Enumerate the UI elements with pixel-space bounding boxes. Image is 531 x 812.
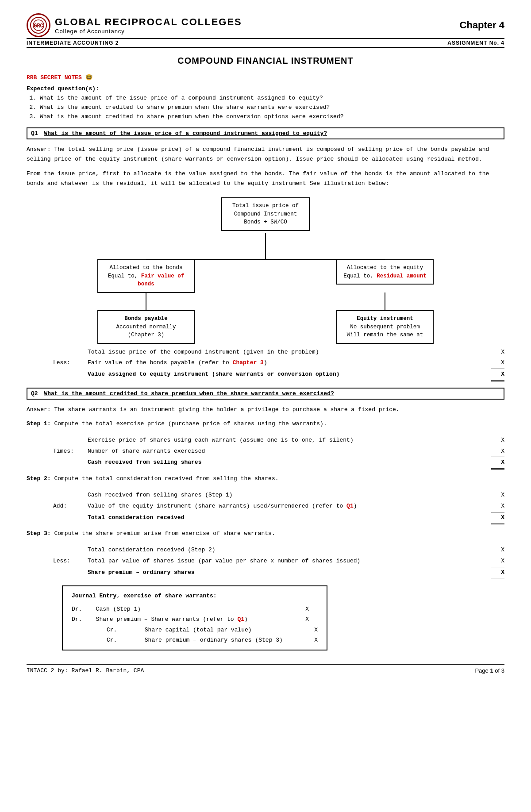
calc-table-step3: Total consideration received (Step 2) X … bbox=[53, 545, 504, 579]
diagram-container: Total issue price of Compound Instrument… bbox=[27, 197, 504, 339]
diagram-left-mid-box: Allocated to the bonds Equal to, Fair va… bbox=[97, 259, 195, 293]
calc-row-3: Value assigned to equity instrument (sha… bbox=[53, 369, 504, 381]
school-name-block: GLOBAL RECIPROCAL COLLEGES College of Ac… bbox=[55, 16, 242, 35]
header-bottom: INTERMEDIATE ACCOUNTING 2 ASSIGNMENT No.… bbox=[27, 38, 504, 48]
calc-s2-row2: Add: Value of the equity instrument (sha… bbox=[53, 501, 504, 512]
school-logo: GRC bbox=[27, 13, 50, 37]
footer-left: INTACC 2 by: Rafael R. Barbin, CPA bbox=[27, 667, 144, 674]
expected-label: Expected question(s): bbox=[27, 85, 504, 92]
journal-entry-4: Cr. Share premium – ordinary shares (Ste… bbox=[72, 635, 318, 645]
calc-table-1: Total issue price of the compound instru… bbox=[53, 347, 504, 381]
journal-box: Journal Entry, exercise of share warrant… bbox=[62, 585, 327, 650]
q2-question: What is the amount credited to share pre… bbox=[44, 390, 334, 397]
q1-box: Q1 What is the amount of the issue price… bbox=[27, 127, 504, 139]
header: GRC GLOBAL RECIPROCAL COLLEGES College o… bbox=[27, 13, 504, 37]
calc-s1-row1: Exercise price of shares using each warr… bbox=[53, 435, 504, 446]
course-label: INTERMEDIATE ACCOUNTING 2 bbox=[27, 40, 119, 46]
q2-box: Q2 What is the amount credited to share … bbox=[27, 388, 504, 400]
calc-s2-row1: Cash received from selling shares (Step … bbox=[53, 490, 504, 501]
step2-text: Step 2: Compute the total consideration … bbox=[27, 474, 504, 484]
diagram-right-mid-box: Allocated to the equity Equal to, Residu… bbox=[336, 259, 434, 285]
header-left: GRC GLOBAL RECIPROCAL COLLEGES College o… bbox=[27, 13, 242, 37]
rrb-notes: RRB SECRET NOTES 🤓 bbox=[27, 74, 504, 81]
calc-table-step1: Exercise price of shares using each warr… bbox=[53, 435, 504, 469]
diagram-right-bot-box: Equity instrument No subsequent problem … bbox=[336, 310, 434, 344]
school-sub-title: College of Accountancy bbox=[55, 28, 242, 35]
q1-question: What is the amount of the issue price of… bbox=[44, 130, 327, 137]
calc-s1-row2: Times: Number of share warrants exercise… bbox=[53, 446, 504, 458]
diagram-top-box: Total issue price of Compound Instrument… bbox=[221, 197, 310, 231]
svg-text:GRC: GRC bbox=[34, 23, 43, 29]
calc-s3-row1: Total consideration received (Step 2) X bbox=[53, 545, 504, 556]
assignment-label: ASSIGNMENT No. 4 bbox=[447, 40, 504, 46]
q2-answer: Answer: The share warrants is an instrum… bbox=[27, 405, 504, 415]
journal-entry-1: Dr. Cash (Step 1) X bbox=[72, 604, 318, 614]
school-main-title: GLOBAL RECIPROCAL COLLEGES bbox=[55, 16, 242, 28]
list-item: What is the amount of the issue price of… bbox=[40, 94, 504, 103]
diagram: Total issue price of Compound Instrument… bbox=[97, 197, 434, 339]
q1-answer-p2: From the issue price, first to allocate … bbox=[27, 169, 504, 189]
chapter-label: Chapter 4 bbox=[460, 19, 504, 31]
q2-label: Q2 bbox=[31, 390, 38, 397]
calc-s3-row3: Share premium – ordinary shares X bbox=[53, 567, 504, 580]
footer: INTACC 2 by: Rafael R. Barbin, CPA Page … bbox=[27, 664, 504, 674]
journal-title: Journal Entry, exercise of share warrant… bbox=[72, 591, 318, 601]
q1-answer-p1: Answer: The total selling price (issue p… bbox=[27, 145, 504, 164]
calc-row-1: Total issue price of the compound instru… bbox=[53, 347, 504, 358]
calc-s2-row3: Total consideration received X bbox=[53, 512, 504, 525]
calc-row-2: Less: Fair value of the bonds payable (r… bbox=[53, 358, 504, 369]
list-item: What is the amount credited to share pre… bbox=[40, 103, 504, 112]
calc-s1-row3: Cash received from selling shares X bbox=[53, 457, 504, 469]
q1-label: Q1 bbox=[31, 130, 38, 137]
calc-s3-row2: Less: Total par value of shares issue (p… bbox=[53, 556, 504, 567]
page-title: COMPOUND FINANCIAL INSTRUMENT bbox=[27, 56, 504, 66]
footer-right: Page 1 of 3 bbox=[475, 667, 504, 674]
journal-entry-2: Dr. Share premium – Share warrants (refe… bbox=[72, 614, 318, 624]
diagram-left-bot-box: Bonds payable Accounted normally (Chapte… bbox=[97, 310, 195, 344]
step1-text: Step 1: Compute the total exercise price… bbox=[27, 419, 504, 429]
journal-entry-3: Cr. Share capital (total par value) X bbox=[72, 625, 318, 635]
step3-text: Step 3: Compute the share premium arise … bbox=[27, 529, 504, 539]
calc-table-step2: Cash received from selling shares (Step … bbox=[53, 490, 504, 524]
expected-questions: What is the amount of the issue price of… bbox=[27, 94, 504, 121]
list-item: What is the amount credited to share pre… bbox=[40, 112, 504, 122]
